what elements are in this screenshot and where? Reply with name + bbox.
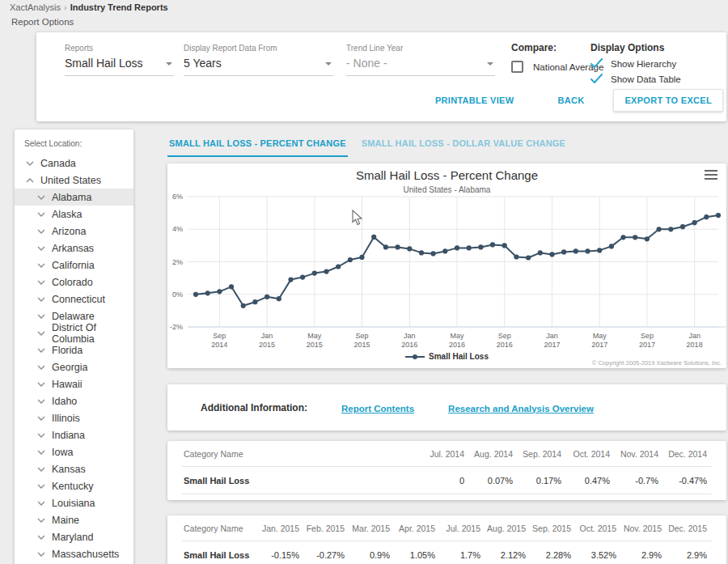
row-value-cell: 0.17% xyxy=(518,467,566,494)
sidebar-item-alabama[interactable]: Alabama xyxy=(15,189,133,206)
sidebar-item-kansas[interactable]: Kansas xyxy=(15,460,133,477)
sidebar-item-maryland[interactable]: Maryland xyxy=(15,528,133,545)
sidebar-item-arizona[interactable]: Arizona xyxy=(15,223,133,240)
mouse-cursor xyxy=(351,210,362,226)
row-value-cell: 0.07% xyxy=(469,467,518,494)
column-header: Oct. 2015 xyxy=(576,515,621,541)
svg-text:Jan: Jan xyxy=(261,332,273,340)
export-to-excel-button[interactable]: EXPORT TO EXCEL xyxy=(613,89,723,112)
breadcrumb-root-link[interactable]: XactAnalysis xyxy=(10,2,61,12)
chevron-down-icon[interactable] xyxy=(37,212,45,217)
tree-item-label: Alaska xyxy=(52,209,83,220)
svg-text:Jan: Jan xyxy=(546,332,558,340)
printable-view-button[interactable]: PRINTABLE VIEW xyxy=(430,95,519,106)
back-button[interactable]: BACK xyxy=(552,95,589,106)
row-value-cell: -0.47% xyxy=(663,467,712,494)
sidebar-item-united-states[interactable]: United States xyxy=(15,172,133,189)
chevron-down-icon[interactable] xyxy=(37,365,45,370)
column-header: Dec. 2015 xyxy=(667,515,712,541)
tree-item-label: Kansas xyxy=(52,464,86,475)
column-header: Nov. 2015 xyxy=(621,515,667,541)
sidebar-item-massachusetts[interactable]: Massachusetts xyxy=(15,545,133,562)
column-header: Nov. 2014 xyxy=(615,441,663,467)
report-tabs: SMALL HAIL LOSS - PERCENT CHANGESMALL HA… xyxy=(167,133,579,157)
sidebar-item-hawaii[interactable]: Hawaii xyxy=(15,375,133,392)
sidebar-item-kentucky[interactable]: Kentucky xyxy=(15,477,133,494)
chevron-down-icon[interactable] xyxy=(37,246,45,251)
sidebar-item-canada[interactable]: Canada xyxy=(15,155,133,172)
sidebar-item-maine[interactable]: Maine xyxy=(15,511,133,528)
chevron-down-icon[interactable] xyxy=(37,450,45,455)
chart-context-menu-icon[interactable] xyxy=(705,170,717,182)
tree-item-label: Indiana xyxy=(52,430,85,441)
column-header: Category Name xyxy=(182,441,421,467)
tree-item-label: Maryland xyxy=(52,532,93,543)
tree-item-label: Illinois xyxy=(52,413,80,424)
sidebar-item-district-of-columbia[interactable]: District Of Columbia xyxy=(15,324,133,341)
display-option-row[interactable]: Show Hierarchy xyxy=(590,58,681,69)
chevron-down-icon[interactable] xyxy=(37,416,45,421)
column-header: Jul. 2015 xyxy=(440,515,485,541)
tree-item-label: Arizona xyxy=(52,226,86,237)
chevron-down-icon[interactable] xyxy=(37,535,45,540)
dropdown-field[interactable]: - None - xyxy=(346,57,495,76)
chevron-down-icon[interactable] xyxy=(37,518,45,523)
chevron-down-icon[interactable] xyxy=(37,399,45,404)
dropdown-field[interactable]: Small Hail Loss xyxy=(65,57,174,76)
report-options-heading: Report Options xyxy=(11,17,74,27)
chevron-down-icon[interactable] xyxy=(37,467,45,472)
additional-info-link-1[interactable]: Research and Analysis Overview xyxy=(448,404,594,413)
display-options-heading: Display Options xyxy=(590,42,681,53)
chevron-down-icon[interactable] xyxy=(37,552,45,557)
tab-0[interactable]: SMALL HAIL LOSS - PERCENT CHANGE xyxy=(167,133,348,157)
dropdown-field[interactable]: 5 Years xyxy=(184,57,333,76)
column-header: Feb. 2015 xyxy=(304,515,349,541)
additional-info-panel: Additional Information: Report ContentsR… xyxy=(167,384,726,430)
sidebar-item-indiana[interactable]: Indiana xyxy=(15,426,133,443)
sidebar-item-louisiana[interactable]: Louisiana xyxy=(15,494,133,511)
chevron-down-icon[interactable] xyxy=(37,501,45,506)
sidebar-item-idaho[interactable]: Idaho xyxy=(15,392,133,409)
sidebar-item-connecticut[interactable]: Connecticut xyxy=(15,290,133,307)
chevron-down-icon[interactable] xyxy=(37,229,45,234)
checkmark-icon xyxy=(590,74,603,84)
column-header: Dec. 2014 xyxy=(663,441,712,467)
data-table: Category NameJan. 2015Feb. 2015Mar. 2015… xyxy=(182,515,712,564)
report-options-panel: ReportsSmall Hail LossDisplay Report Dat… xyxy=(36,32,726,121)
chevron-down-icon[interactable] xyxy=(37,382,45,387)
dropdown-caret-icon xyxy=(166,62,172,66)
tree-item-label: Georgia xyxy=(52,362,87,373)
svg-text:May: May xyxy=(450,332,464,340)
chevron-down-icon[interactable] xyxy=(37,348,45,353)
chevron-up-icon[interactable] xyxy=(26,178,34,183)
sidebar-item-iowa[interactable]: Iowa xyxy=(15,443,133,460)
chevron-down-icon[interactable] xyxy=(37,297,45,302)
chevron-down-icon[interactable] xyxy=(37,331,45,336)
display-option-row[interactable]: Show Data Table xyxy=(590,74,681,84)
national-average-checkbox[interactable] xyxy=(511,61,523,73)
tree-item-label: California xyxy=(52,260,95,271)
sidebar-item-georgia[interactable]: Georgia xyxy=(15,358,133,375)
svg-text:2%: 2% xyxy=(172,258,183,266)
svg-text:Sep: Sep xyxy=(498,332,511,340)
chevron-down-icon[interactable] xyxy=(37,195,45,200)
tree-item-label: Florida xyxy=(52,345,83,356)
sidebar-item-arkansas[interactable]: Arkansas xyxy=(15,240,133,257)
sidebar-item-illinois[interactable]: Illinois xyxy=(15,409,133,426)
chevron-down-icon[interactable] xyxy=(37,263,45,268)
svg-text:2014: 2014 xyxy=(211,341,227,349)
chevron-down-icon[interactable] xyxy=(37,314,45,319)
chevron-down-icon[interactable] xyxy=(26,161,34,166)
tree-item-label: United States xyxy=(40,175,101,186)
sidebar-item-alaska[interactable]: Alaska xyxy=(15,206,133,223)
additional-info-link-0[interactable]: Report Contents xyxy=(341,404,414,413)
tab-1[interactable]: SMALL HAIL LOSS - DOLLAR VALUE CHANGE xyxy=(360,133,567,155)
sidebar-item-california[interactable]: California xyxy=(15,257,133,274)
chart-title: Small Hail Loss - Percent Change xyxy=(167,168,726,182)
sidebar-item-colorado[interactable]: Colorado xyxy=(15,274,133,290)
chevron-down-icon[interactable] xyxy=(37,484,45,489)
chevron-down-icon[interactable] xyxy=(37,280,45,285)
svg-text:2016: 2016 xyxy=(401,341,417,349)
chevron-down-icon[interactable] xyxy=(37,433,45,438)
row-value-cell: 1.7% xyxy=(440,541,485,564)
